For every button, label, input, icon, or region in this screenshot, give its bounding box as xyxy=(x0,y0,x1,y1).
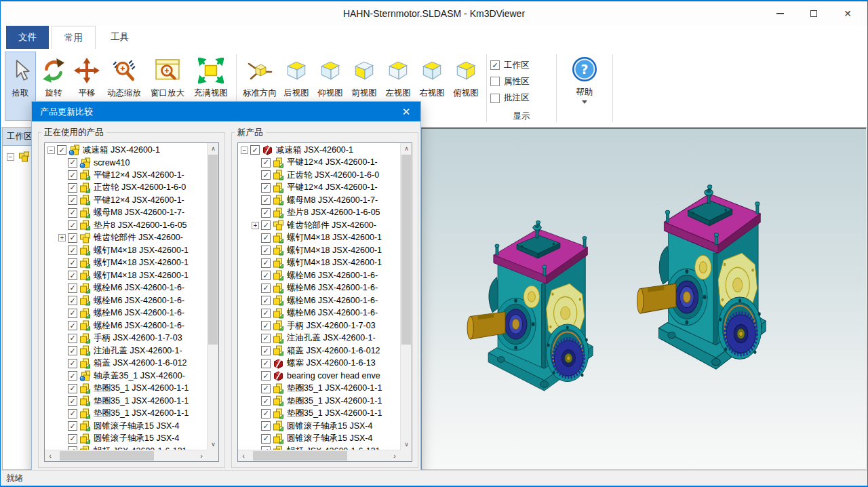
horizontal-scrollbar[interactable]: ‹› xyxy=(238,450,400,461)
scrollbar-thumb[interactable] xyxy=(60,451,154,461)
tree-item-checkbox[interactable]: ✓ xyxy=(261,220,271,230)
tree-item-checkbox[interactable]: ✓ xyxy=(261,309,271,318)
collapse-icon[interactable]: − xyxy=(47,147,55,154)
tree-item-checkbox[interactable]: ✓ xyxy=(261,271,271,280)
scroll-right-icon[interactable]: › xyxy=(389,450,400,462)
tree-item[interactable]: ✓螺母M8 JSX-42600-1-7- xyxy=(45,207,207,220)
tree-item[interactable]: ✓螺栓M6 JSX-42600-1-6- xyxy=(238,282,400,295)
tree-item[interactable]: ✓垫圈35_1 JSX-42600-1-1 xyxy=(45,408,207,421)
tree-item-checkbox[interactable]: ✓ xyxy=(68,409,77,418)
tree-item-checkbox[interactable]: ✓ xyxy=(68,371,77,381)
tab-tools[interactable]: 工具 xyxy=(98,26,141,49)
tree-item[interactable]: ✓蜗杆 JSX-42600-1-6-131 xyxy=(45,445,207,450)
scroll-left-icon[interactable]: ‹ xyxy=(45,450,56,462)
scrollbar-thumb[interactable] xyxy=(253,451,347,461)
tree-item[interactable]: ✓screw410 xyxy=(45,157,207,170)
tree-item-checkbox[interactable]: ✓ xyxy=(68,334,77,343)
tree-item[interactable]: ✓螺钉M4×18 JSX-42600-1 xyxy=(45,269,207,282)
tree-item-checkbox[interactable]: ✓ xyxy=(68,246,77,255)
tree-item[interactable]: ✓平键12×4 JSX-42600-1- xyxy=(45,194,207,207)
tree-item[interactable]: ✓轴承盖35_1 JSX-42600- xyxy=(45,370,207,383)
tree-item-checkbox[interactable]: ✓ xyxy=(68,396,77,406)
tree-item-checkbox[interactable]: ✓ xyxy=(68,421,77,431)
help-button[interactable]: ? 帮助 xyxy=(560,52,609,104)
annotation-checkbox[interactable] xyxy=(490,94,500,103)
scroll-down-icon[interactable]: ∨ xyxy=(208,439,219,450)
tree-item-checkbox[interactable]: ✓ xyxy=(261,321,271,330)
tree-item[interactable]: ✓垫圈35_1 JSX-42600-1-1 xyxy=(45,383,207,395)
vertical-scrollbar[interactable]: ∧∨ xyxy=(400,143,412,450)
top-view-button[interactable]: 俯视图 xyxy=(449,52,483,121)
tree-item[interactable]: ✓蜗杆 JSX-42600-1-6-131 xyxy=(238,445,400,450)
vertical-scrollbar[interactable]: ∧∨ xyxy=(207,143,218,450)
tree-item[interactable]: ✓平键12×4 JSX-42600-1- xyxy=(45,169,207,182)
tree-item[interactable]: ✓垫圈35_1 JSX-42600-1-1 xyxy=(238,395,400,408)
tree-item-checkbox[interactable]: ✓ xyxy=(261,284,271,293)
tree-item[interactable]: +✓锥齿轮部件 JSX-42600- xyxy=(45,232,207,245)
tree-item[interactable]: ✓螺栓M6 JSX-42600-1-6- xyxy=(45,307,207,320)
tree-item-checkbox[interactable]: ✓ xyxy=(261,434,271,444)
tree-item-checkbox[interactable]: ✓ xyxy=(261,296,271,305)
property-checkbox[interactable] xyxy=(490,77,500,86)
tree-item[interactable]: ✓圆锥滚子轴承15 JSX-4 xyxy=(238,420,400,433)
scrollbar-thumb[interactable] xyxy=(401,155,411,345)
tree-item[interactable]: ✓圆锥滚子轴承15 JSX-4 xyxy=(238,433,400,446)
tree-item-checkbox[interactable]: ✓ xyxy=(68,170,77,180)
tree-item[interactable]: ✓正齿轮 JSX-42600-1-6-0 xyxy=(45,182,207,195)
tree-item[interactable]: ✓注油孔盖 JSX-42600-1- xyxy=(238,332,400,345)
tree-item[interactable]: ✓螺钉M4×18 JSX-42600-1 xyxy=(45,244,207,257)
tree-item[interactable]: ✓螺钉M4×18 JSX-42600-1 xyxy=(238,244,400,257)
minimize-button[interactable] xyxy=(772,6,787,21)
tree-item[interactable]: ✓螺钉M4×18 JSX-42600-1 xyxy=(45,257,207,270)
tree-item-checkbox[interactable]: ✓ xyxy=(261,158,271,168)
tree-item-checkbox[interactable]: ✓ xyxy=(68,183,77,193)
workspace-checkbox-row[interactable]: ✓ 工作区 xyxy=(490,57,553,73)
tree-item-checkbox[interactable]: ✓ xyxy=(68,359,77,368)
tree-item[interactable]: ✓平键12×4 JSX-42600-1- xyxy=(238,182,400,195)
tree-item[interactable]: ✓螺栓M6 JSX-42600-1-6- xyxy=(45,294,207,307)
tree-item[interactable]: −✓减速箱 JSX-42600-1 xyxy=(45,144,207,157)
tree-item[interactable]: ✓螺钉M4×18 JSX-42600-1 xyxy=(238,232,400,245)
tree-item-checkbox[interactable]: ✓ xyxy=(261,170,271,180)
tree-item[interactable]: ✓平键12×4 JSX-42600-1- xyxy=(238,157,400,170)
expand-icon[interactable]: + xyxy=(58,234,66,241)
tree-item-checkbox[interactable]: ✓ xyxy=(68,271,77,280)
tree-item[interactable]: ✓螺栓M6 JSX-42600-1-6- xyxy=(45,282,207,295)
tree-item[interactable]: ✓螺栓M6 JSX-42600-1-6- xyxy=(238,307,400,320)
tree-item-checkbox[interactable]: ✓ xyxy=(68,384,77,393)
tree-item[interactable]: ✓螺母M8 JSX-42600-1-7- xyxy=(238,194,400,207)
tree-item-checkbox[interactable]: ✓ xyxy=(68,258,77,268)
expand-icon[interactable]: + xyxy=(252,222,259,229)
tree-item[interactable]: ✓垫圈35_1 JSX-42600-1-1 xyxy=(238,408,400,421)
tree-item[interactable]: ✓箱盖 JSX-42600-1-6-012 xyxy=(45,357,207,370)
tree-item-checkbox[interactable]: ✓ xyxy=(261,346,271,355)
tree-item-checkbox[interactable]: ✓ xyxy=(68,195,77,205)
tree-item-checkbox[interactable]: ✓ xyxy=(261,233,271,243)
scroll-right-icon[interactable]: › xyxy=(196,450,207,462)
maximize-button[interactable] xyxy=(806,6,821,21)
tree-item-checkbox[interactable]: ✓ xyxy=(68,233,77,243)
tree-item-checkbox[interactable]: ✓ xyxy=(261,409,271,418)
scroll-up-icon[interactable]: ∧ xyxy=(208,143,219,154)
property-checkbox-row[interactable]: 属性区 xyxy=(490,73,553,90)
tree-item[interactable]: ✓箱盖 JSX-42600-1-6-012 xyxy=(238,345,400,357)
tree-item-checkbox[interactable]: ✓ xyxy=(68,158,77,168)
horizontal-scrollbar[interactable]: ‹› xyxy=(45,450,207,461)
tree-item-checkbox[interactable]: ✓ xyxy=(261,334,271,343)
tree-item[interactable]: −✓减速箱 JSX-42600-1 xyxy=(238,144,400,157)
tree-item-checkbox[interactable]: ✓ xyxy=(68,346,77,355)
dialog-close-button[interactable]: ✕ xyxy=(392,102,420,121)
collapse-icon[interactable]: − xyxy=(7,153,14,161)
tree-item[interactable]: ✓螺栓M6 JSX-42600-1-6- xyxy=(238,294,400,307)
tree-item-checkbox[interactable]: ✓ xyxy=(261,359,271,368)
scroll-left-icon[interactable]: ‹ xyxy=(238,450,249,462)
close-button[interactable]: ✕ xyxy=(840,6,855,21)
tree-item-checkbox[interactable]: ✓ xyxy=(68,220,77,230)
tree-item-checkbox[interactable]: ✓ xyxy=(261,208,271,218)
tree-item[interactable]: ✓螺栓M6 JSX-42600-1-6- xyxy=(45,319,207,332)
tree-item-checkbox[interactable]: ✓ xyxy=(261,396,271,406)
tree-item-checkbox[interactable]: ✓ xyxy=(250,145,260,155)
tree-item[interactable]: ✓正齿轮 JSX-42600-1-6-0 xyxy=(238,169,400,182)
tree-item-checkbox[interactable]: ✓ xyxy=(68,321,77,330)
tree-item[interactable]: ✓手柄 JSX-42600-1-7-03 xyxy=(238,319,400,332)
